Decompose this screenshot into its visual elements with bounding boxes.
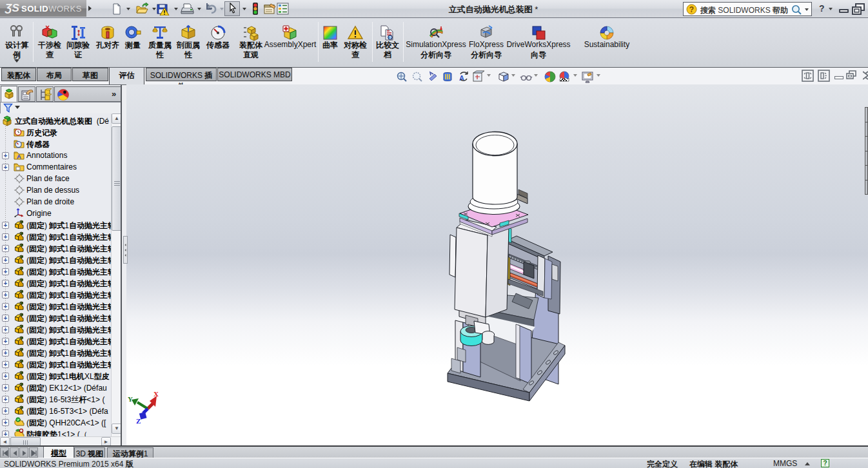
svg-text:Y: Y: [128, 395, 133, 403]
svg-text:A: A: [17, 153, 21, 160]
svg-text:?: ?: [689, 5, 694, 14]
svg-text:Z: Z: [136, 417, 141, 425]
svg-text:?: ?: [389, 35, 391, 40]
svg-text:X: X: [153, 390, 159, 398]
